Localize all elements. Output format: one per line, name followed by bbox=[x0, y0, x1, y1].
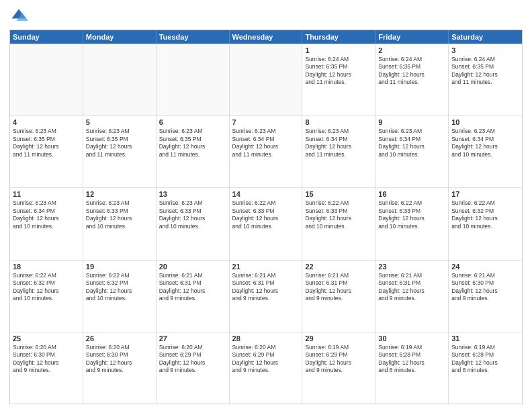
cell-info: Sunrise: 6:23 AM Sunset: 6:33 PM Dayligh… bbox=[159, 199, 226, 230]
calendar-row-2: 11Sunrise: 6:23 AM Sunset: 6:34 PM Dayli… bbox=[10, 187, 522, 259]
day-number: 15 bbox=[305, 190, 372, 198]
day-number: 1 bbox=[305, 46, 372, 54]
cell-info: Sunrise: 6:21 AM Sunset: 6:30 PM Dayligh… bbox=[451, 272, 519, 303]
cell-info: Sunrise: 6:23 AM Sunset: 6:34 PM Dayligh… bbox=[451, 128, 519, 158]
calendar-cell-r1-c0: 4Sunrise: 6:23 AM Sunset: 6:35 PM Daylig… bbox=[10, 116, 83, 187]
calendar: Sunday Monday Tuesday Wednesday Thursday… bbox=[9, 30, 523, 404]
cell-info: Sunrise: 6:23 AM Sunset: 6:34 PM Dayligh… bbox=[305, 128, 372, 158]
calendar-cell-r4-c2: 27Sunrise: 6:20 AM Sunset: 6:29 PM Dayli… bbox=[157, 332, 230, 404]
day-number: 23 bbox=[378, 263, 445, 271]
logo bbox=[9, 7, 31, 26]
cell-info: Sunrise: 6:19 AM Sunset: 6:29 PM Dayligh… bbox=[305, 344, 372, 375]
calendar-cell-r4-c5: 30Sunrise: 6:19 AM Sunset: 6:28 PM Dayli… bbox=[375, 332, 449, 404]
calendar-cell-r2-c2: 13Sunrise: 6:23 AM Sunset: 6:33 PM Dayli… bbox=[157, 188, 230, 259]
calendar-cell-r3-c3: 21Sunrise: 6:21 AM Sunset: 6:31 PM Dayli… bbox=[230, 261, 303, 332]
day-number: 29 bbox=[305, 334, 372, 342]
logo-icon bbox=[9, 7, 28, 26]
header-saturday: Saturday bbox=[449, 30, 522, 44]
day-number: 8 bbox=[305, 118, 372, 126]
calendar-cell-r0-c1 bbox=[83, 44, 157, 116]
header bbox=[9, 7, 523, 26]
day-number: 5 bbox=[86, 118, 153, 126]
calendar-cell-r1-c3: 7Sunrise: 6:23 AM Sunset: 6:34 PM Daylig… bbox=[230, 116, 303, 187]
calendar-cell-r4-c1: 26Sunrise: 6:20 AM Sunset: 6:30 PM Dayli… bbox=[83, 332, 157, 404]
cell-info: Sunrise: 6:23 AM Sunset: 6:34 PM Dayligh… bbox=[13, 199, 80, 230]
calendar-cell-r1-c1: 5Sunrise: 6:23 AM Sunset: 6:35 PM Daylig… bbox=[83, 116, 157, 187]
day-number: 2 bbox=[378, 46, 445, 54]
day-number: 17 bbox=[451, 190, 519, 198]
cell-info: Sunrise: 6:21 AM Sunset: 6:31 PM Dayligh… bbox=[378, 272, 445, 303]
calendar-cell-r2-c3: 14Sunrise: 6:22 AM Sunset: 6:33 PM Dayli… bbox=[230, 188, 303, 259]
cell-info: Sunrise: 6:19 AM Sunset: 6:28 PM Dayligh… bbox=[451, 344, 519, 375]
calendar-cell-r3-c1: 19Sunrise: 6:22 AM Sunset: 6:32 PM Dayli… bbox=[83, 261, 157, 332]
day-number: 14 bbox=[232, 190, 300, 198]
cell-info: Sunrise: 6:23 AM Sunset: 6:33 PM Dayligh… bbox=[86, 199, 153, 230]
cell-info: Sunrise: 6:23 AM Sunset: 6:34 PM Dayligh… bbox=[378, 128, 445, 158]
cell-info: Sunrise: 6:20 AM Sunset: 6:30 PM Dayligh… bbox=[86, 344, 153, 375]
calendar-cell-r2-c4: 15Sunrise: 6:22 AM Sunset: 6:33 PM Dayli… bbox=[302, 188, 375, 259]
day-number: 31 bbox=[451, 334, 519, 342]
cell-info: Sunrise: 6:23 AM Sunset: 6:34 PM Dayligh… bbox=[232, 128, 300, 158]
cell-info: Sunrise: 6:20 AM Sunset: 6:29 PM Dayligh… bbox=[159, 344, 226, 375]
day-number: 10 bbox=[451, 118, 519, 126]
calendar-header-row: Sunday Monday Tuesday Wednesday Thursday… bbox=[10, 30, 522, 44]
calendar-cell-r3-c5: 23Sunrise: 6:21 AM Sunset: 6:31 PM Dayli… bbox=[375, 261, 449, 332]
calendar-cell-r2-c5: 16Sunrise: 6:22 AM Sunset: 6:33 PM Dayli… bbox=[375, 188, 449, 259]
cell-info: Sunrise: 6:21 AM Sunset: 6:31 PM Dayligh… bbox=[305, 272, 372, 303]
calendar-cell-r4-c0: 25Sunrise: 6:20 AM Sunset: 6:30 PM Dayli… bbox=[10, 332, 83, 404]
day-number: 9 bbox=[378, 118, 445, 126]
cell-info: Sunrise: 6:21 AM Sunset: 6:31 PM Dayligh… bbox=[232, 272, 300, 303]
calendar-cell-r3-c2: 20Sunrise: 6:21 AM Sunset: 6:31 PM Dayli… bbox=[157, 261, 230, 332]
day-number: 26 bbox=[86, 334, 153, 342]
calendar-cell-r0-c5: 2Sunrise: 6:24 AM Sunset: 6:35 PM Daylig… bbox=[375, 44, 449, 116]
cell-info: Sunrise: 6:22 AM Sunset: 6:33 PM Dayligh… bbox=[305, 199, 372, 230]
day-number: 19 bbox=[86, 263, 153, 271]
day-number: 16 bbox=[378, 190, 445, 198]
calendar-cell-r4-c6: 31Sunrise: 6:19 AM Sunset: 6:28 PM Dayli… bbox=[449, 332, 522, 404]
day-number: 22 bbox=[305, 263, 372, 271]
day-number: 25 bbox=[13, 334, 80, 342]
day-number: 20 bbox=[159, 263, 226, 271]
cell-info: Sunrise: 6:23 AM Sunset: 6:35 PM Dayligh… bbox=[159, 128, 226, 158]
day-number: 24 bbox=[451, 263, 519, 271]
calendar-cell-r3-c0: 18Sunrise: 6:22 AM Sunset: 6:32 PM Dayli… bbox=[10, 261, 83, 332]
cell-info: Sunrise: 6:22 AM Sunset: 6:33 PM Dayligh… bbox=[232, 199, 300, 230]
day-number: 27 bbox=[159, 334, 226, 342]
day-number: 13 bbox=[159, 190, 226, 198]
cell-info: Sunrise: 6:24 AM Sunset: 6:35 PM Dayligh… bbox=[451, 56, 519, 87]
calendar-row-4: 25Sunrise: 6:20 AM Sunset: 6:30 PM Dayli… bbox=[10, 332, 522, 404]
calendar-row-1: 4Sunrise: 6:23 AM Sunset: 6:35 PM Daylig… bbox=[10, 116, 522, 187]
day-number: 3 bbox=[451, 46, 519, 54]
calendar-cell-r0-c3 bbox=[230, 44, 303, 116]
calendar-cell-r4-c3: 28Sunrise: 6:20 AM Sunset: 6:29 PM Dayli… bbox=[230, 332, 303, 404]
header-monday: Monday bbox=[83, 30, 157, 44]
calendar-cell-r1-c5: 9Sunrise: 6:23 AM Sunset: 6:34 PM Daylig… bbox=[375, 116, 449, 187]
day-number: 21 bbox=[232, 263, 300, 271]
cell-info: Sunrise: 6:24 AM Sunset: 6:35 PM Dayligh… bbox=[305, 56, 372, 87]
calendar-cell-r3-c6: 24Sunrise: 6:21 AM Sunset: 6:30 PM Dayli… bbox=[449, 261, 522, 332]
calendar-cell-r0-c2 bbox=[157, 44, 230, 116]
day-number: 7 bbox=[232, 118, 300, 126]
calendar-cell-r1-c6: 10Sunrise: 6:23 AM Sunset: 6:34 PM Dayli… bbox=[449, 116, 522, 187]
cell-info: Sunrise: 6:22 AM Sunset: 6:32 PM Dayligh… bbox=[86, 272, 153, 303]
header-sunday: Sunday bbox=[10, 30, 83, 44]
cell-info: Sunrise: 6:22 AM Sunset: 6:32 PM Dayligh… bbox=[13, 272, 80, 303]
calendar-cell-r2-c1: 12Sunrise: 6:23 AM Sunset: 6:33 PM Dayli… bbox=[83, 188, 157, 259]
day-number: 18 bbox=[13, 263, 80, 271]
cell-info: Sunrise: 6:22 AM Sunset: 6:33 PM Dayligh… bbox=[378, 199, 445, 230]
calendar-cell-r2-c6: 17Sunrise: 6:22 AM Sunset: 6:32 PM Dayli… bbox=[449, 188, 522, 259]
day-number: 12 bbox=[86, 190, 153, 198]
calendar-row-3: 18Sunrise: 6:22 AM Sunset: 6:32 PM Dayli… bbox=[10, 260, 522, 332]
page: Sunday Monday Tuesday Wednesday Thursday… bbox=[0, 0, 532, 411]
header-friday: Friday bbox=[375, 30, 449, 44]
day-number: 6 bbox=[159, 118, 226, 126]
cell-info: Sunrise: 6:23 AM Sunset: 6:35 PM Dayligh… bbox=[86, 128, 153, 158]
cell-info: Sunrise: 6:20 AM Sunset: 6:30 PM Dayligh… bbox=[13, 344, 80, 375]
calendar-cell-r1-c4: 8Sunrise: 6:23 AM Sunset: 6:34 PM Daylig… bbox=[302, 116, 375, 187]
calendar-cell-r1-c2: 6Sunrise: 6:23 AM Sunset: 6:35 PM Daylig… bbox=[157, 116, 230, 187]
day-number: 28 bbox=[232, 334, 300, 342]
day-number: 4 bbox=[13, 118, 80, 126]
calendar-cell-r4-c4: 29Sunrise: 6:19 AM Sunset: 6:29 PM Dayli… bbox=[302, 332, 375, 404]
calendar-cell-r0-c6: 3Sunrise: 6:24 AM Sunset: 6:35 PM Daylig… bbox=[449, 44, 522, 116]
cell-info: Sunrise: 6:20 AM Sunset: 6:29 PM Dayligh… bbox=[232, 344, 300, 375]
